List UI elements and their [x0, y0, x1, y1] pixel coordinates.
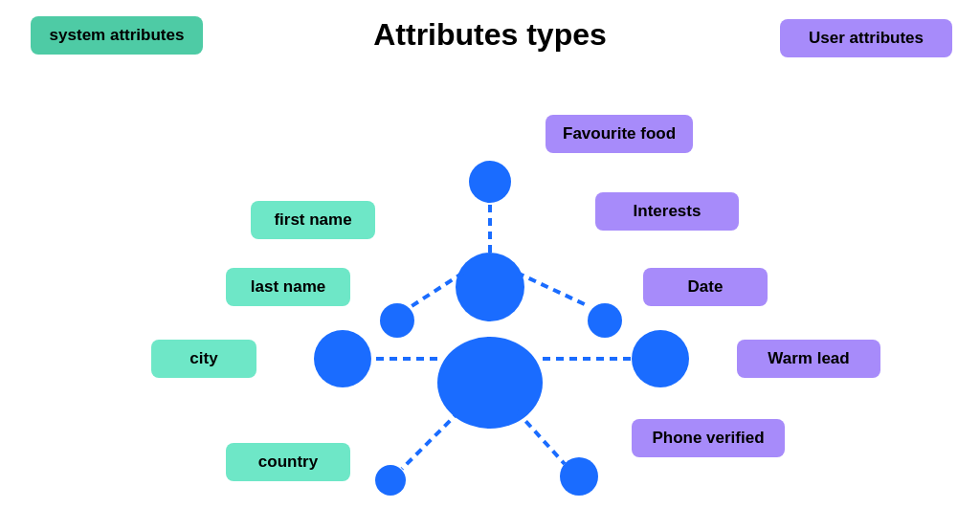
- svg-point-15: [560, 457, 598, 496]
- svg-point-11: [314, 330, 371, 387]
- svg-line-5: [402, 411, 459, 469]
- svg-line-3: [412, 273, 463, 306]
- system-attributes-badge: system attributes: [31, 16, 203, 55]
- country-badge: country: [226, 443, 350, 481]
- svg-point-12: [375, 465, 406, 496]
- user-attributes-badge: User attributes: [780, 19, 952, 57]
- interests-badge: Interests: [595, 192, 739, 231]
- svg-point-9: [469, 161, 511, 203]
- fav-food-badge: Favourite food: [546, 115, 693, 153]
- svg-line-8: [517, 411, 565, 464]
- date-badge: Date: [643, 268, 768, 306]
- city-badge: city: [151, 340, 256, 378]
- svg-point-1: [437, 337, 543, 429]
- warm-lead-badge: Warm lead: [737, 340, 880, 378]
- diagram: [0, 86, 980, 526]
- svg-point-13: [588, 303, 622, 338]
- phone-verified-badge: Phone verified: [632, 419, 785, 457]
- first-name-badge: first name: [251, 201, 375, 239]
- last-name-badge: last name: [226, 268, 350, 306]
- svg-point-14: [632, 330, 689, 387]
- svg-point-0: [456, 253, 524, 321]
- svg-line-6: [517, 273, 589, 306]
- svg-point-10: [380, 303, 414, 338]
